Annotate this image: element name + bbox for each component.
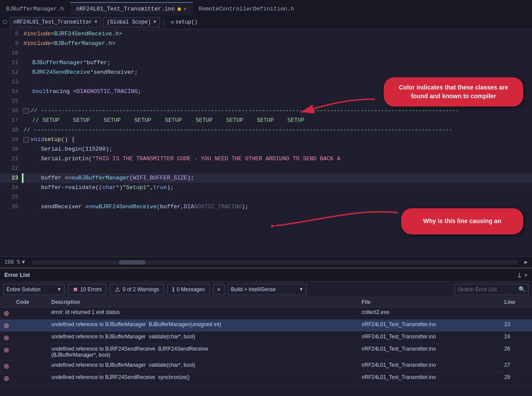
row-line: 23 [501,320,532,332]
scrollbar-thumb[interactable] [119,260,145,265]
row-line: 26 [501,344,532,360]
row-line: 27 [501,360,532,372]
modified-dot [177,7,181,11]
warning-icon: ⚠ [115,286,120,293]
tab-label: RemoteControllerDefinition.h [199,6,294,12]
search-icon: 🔍 [518,286,525,293]
build-filter-dropdown[interactable]: Build + IntelliSense ▼ [228,284,307,295]
col-description[interactable]: Description [48,297,358,307]
row-icon: ⊗ [0,320,13,332]
row-code [13,344,48,360]
zoom-dropdown-icon[interactable]: ▼ [22,259,25,265]
code-line: BJRF24SendReceive *sendReceiver; [22,68,532,77]
tab-remotecontroller[interactable]: RemoteControllerDefinition.h [193,2,300,15]
error-panel: Error List ⊥ ✕ Entire Solution ▼ ✖ 10 Er… [0,268,532,396]
chevron-down-icon: ▼ [95,20,97,24]
row-file: nRF24L01_Test_Transmitter.ino [358,320,501,332]
horizontal-scrollbar[interactable] [32,260,518,265]
callout-bottom: Why is this line causing an [401,208,523,234]
row-icon: ⊗ [0,372,13,385]
row-line: 29 [501,372,532,385]
panel-actions: ⊥ ✕ [518,271,528,279]
chevron-down-icon: ▼ [299,287,304,292]
row-description: error: ld returned 1 exit status [48,307,358,320]
row-icon: ⊗ [0,344,13,360]
pin-icon[interactable]: ⊥ [518,271,522,279]
code-line: // -------------------------------------… [22,125,532,135]
row-description: undefined reference to BJRF24SendReceive… [48,344,358,360]
scope-label: nRF24L01_Test_Transmitter [14,19,92,25]
code-line: #include <BJBufferManager.h> [22,39,532,48]
code-editor[interactable]: 8 9 10 11 12 13 14 15 16 17 18 19 20 21 … [0,29,532,256]
code-line: Serial.println( "THIS IS THE TRANSMITTER… [22,154,532,164]
error-icon: ✖ [73,286,78,293]
code-line: − // -----------------------------------… [22,106,532,116]
row-code [13,372,48,385]
table-row[interactable]: ⊗ undefined reference to BJRF24SendRecei… [0,372,532,385]
row-description: undefined reference to BJBufferManager v… [48,332,358,344]
row-icon: ⊗ [0,307,13,320]
row-code [13,307,48,320]
global-scope-label: (Global Scope) [107,19,151,25]
row-icon: ⊗ [0,332,13,344]
scope-dropdown[interactable]: nRF24L01_Test_Transmitter ▼ [10,17,101,28]
panel-title: Error List [4,272,30,278]
row-file: nRF24L01_Test_Transmitter.ino [358,372,501,385]
table-row[interactable]: ⊗ undefined reference to BJBufferManager… [0,320,532,332]
tab-label: BJBufferManager.h [6,6,64,12]
close-icon[interactable]: ✕ [184,6,187,12]
row-file: nRF24L01_Test_Transmitter.ino [358,360,501,372]
col-file[interactable]: File [358,297,501,307]
code-line: Serial.begin(115200); [22,145,532,154]
warnings-button[interactable]: ⚠ 0 of 2 Warnings [110,284,164,295]
scope-icon: ⬡ [3,19,7,25]
chevron-down-icon: ▼ [153,20,156,24]
row-description: undefined reference to BJBufferManager v… [48,360,358,372]
tab-transmitter[interactable]: nRF24L01_Test_Transmitter.ino ✕ [70,2,193,15]
search-box[interactable]: 🔍 [454,284,529,295]
col-line[interactable]: Line [501,297,532,307]
zoom-control[interactable]: 108 % ▼ [4,259,25,265]
error-table[interactable]: Code Description File Line ⊗ error: ld r… [0,297,532,396]
collapse-icon[interactable]: − [24,137,29,142]
col-code[interactable]: Code [13,297,48,307]
error-toolbar: Entire Solution ▼ ✖ 10 Errors ⚠ 0 of 2 W… [0,282,532,297]
global-scope-dropdown[interactable]: (Global Scope) ▼ [103,17,160,28]
function-icon: ⚙ [171,19,174,25]
callout-top: Color indicates that these classes are f… [384,77,523,107]
code-line [22,48,532,58]
table-row[interactable]: ⊗ undefined reference to BJBufferManager… [0,360,532,372]
messages-button[interactable]: ℹ 0 Messages [167,284,210,295]
gutter-marker [22,173,24,183]
arrow-top [297,90,384,117]
chevron-down-icon: ▼ [57,287,61,292]
tab-bjbuffer[interactable]: BJBufferManager.h [0,2,70,15]
editor-toolbar: ⬡ nRF24L01_Test_Transmitter ▼ (Global Sc… [0,15,532,29]
close-panel-icon[interactable]: ✕ [524,272,528,279]
row-code [13,332,48,344]
table-row[interactable]: ⊗ error: ld returned 1 exit status colle… [0,307,532,320]
line-numbers: 8 9 10 11 12 13 14 15 16 17 18 19 20 21 … [0,29,22,256]
tab-label: nRF24L01_Test_Transmitter.ino [76,6,175,12]
filter-icon-button[interactable]: ✕ [213,284,225,295]
collapse-icon[interactable]: − [24,108,29,114]
row-description: undefined reference to BJBufferManager B… [48,320,358,332]
function-label: ⚙ setup() [167,19,201,25]
table-row[interactable]: ⊗ undefined reference to BJRF24SendRecei… [0,344,532,360]
row-file: nRF24L01_Test_Transmitter.ino [358,344,501,360]
row-line [501,307,532,320]
filter-dropdown[interactable]: Entire Solution ▼ [3,284,65,295]
arrow-bottom [271,195,402,230]
build-filter-label: Build + IntelliSense [231,286,276,293]
warnings-label: 0 of 2 Warnings [123,286,159,293]
search-input[interactable] [457,286,518,293]
scroll-right-btn[interactable]: ▶ [525,259,528,265]
tab-bar: BJBufferManager.h nRF24L01_Test_Transmit… [0,0,532,15]
code-line: BJBufferManager *buffer; [22,58,532,68]
code-line: #include <BJRF24SendReceive.h> [22,29,532,39]
code-line: // SETUP SETUP SETUP SETUP SETUP SETUP S… [22,116,532,125]
separator [164,18,164,27]
table-row[interactable]: ⊗ undefined reference to BJBufferManager… [0,332,532,344]
errors-button[interactable]: ✖ 10 Errors [68,284,106,295]
code-line: − void setup () { [22,135,532,145]
